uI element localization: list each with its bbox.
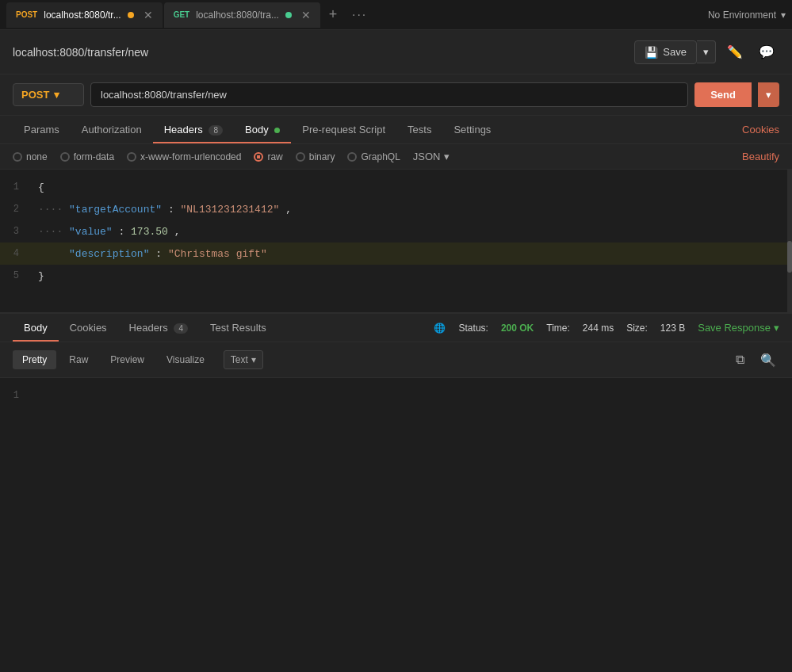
environment-label: No Environment xyxy=(708,10,776,21)
tab-url-post: localhost:8080/tr... xyxy=(44,10,121,21)
method-dropdown-icon: ▾ xyxy=(54,89,59,101)
editor-scrollbar[interactable] xyxy=(787,170,792,312)
resp-tab-body[interactable]: Body xyxy=(13,314,59,342)
text-format-dropdown[interactable]: Text ▾ xyxy=(224,350,263,369)
line-content-5: } xyxy=(32,270,792,282)
copy-response-button[interactable]: ⧉ xyxy=(729,349,751,371)
json-format-dropdown[interactable]: JSON ▾ xyxy=(413,151,450,162)
url-input[interactable] xyxy=(90,82,688,107)
cookies-link[interactable]: Cookies xyxy=(742,124,779,136)
body-active-dot xyxy=(274,128,280,133)
line-content-3: ···· "value" : 173.50 , xyxy=(32,226,792,238)
resp-tab-cookies[interactable]: Cookies xyxy=(59,314,118,342)
code-line-5: 5 } xyxy=(0,265,792,287)
size-value: 123 B xyxy=(660,323,685,334)
tab-bar: POST localhost:8080/tr... ✕ GET localhos… xyxy=(0,0,792,30)
tab-settings[interactable]: Settings xyxy=(442,116,502,143)
resp-tab-test-results[interactable]: Test Results xyxy=(199,314,277,342)
send-dropdown-button[interactable]: ▾ xyxy=(758,82,779,107)
url-actions: 💾 Save ▾ ✏️ 💬 xyxy=(634,40,779,64)
headers-badge: 8 xyxy=(209,125,223,136)
tab-post[interactable]: POST localhost:8080/tr... ✕ xyxy=(6,2,163,28)
save-button[interactable]: 💾 Save xyxy=(634,40,697,64)
save-label: Save xyxy=(663,46,687,58)
line-content-4: ···· "description" : "Christmas gift" xyxy=(32,248,792,260)
scrollbar-thumb xyxy=(787,241,792,273)
request-tabs: Params Authorization Headers 8 Body Pre-… xyxy=(0,116,792,144)
line-content-1: { xyxy=(32,181,792,193)
code-line-2: 2 ···· "targetAccount" : "NL131231231412… xyxy=(0,198,792,220)
line-number-1: 1 xyxy=(0,181,32,193)
response-area: Body Cookies Headers 4 Test Results 🌐 St… xyxy=(0,312,792,413)
save-icon: 💾 xyxy=(645,46,658,59)
method-select[interactable]: POST ▾ xyxy=(13,83,84,106)
method-value: POST xyxy=(21,89,49,101)
line-number-3: 3 xyxy=(0,226,32,237)
url-display-area: localhost:8080/transfer/new 💾 Save ▾ ✏️ … xyxy=(0,30,792,74)
tab-method-get: GET xyxy=(174,10,190,19)
line-number-5: 5 xyxy=(0,270,32,281)
tab-dot-post xyxy=(128,12,134,18)
search-response-button[interactable]: 🔍 xyxy=(757,349,779,371)
resp-tab-headers[interactable]: Headers 4 xyxy=(118,314,199,342)
environment-selector[interactable]: No Environment ▾ xyxy=(708,10,786,21)
tab-pre-request[interactable]: Pre-request Script xyxy=(291,116,396,143)
status-label: Status: xyxy=(459,323,488,334)
tab-tests[interactable]: Tests xyxy=(396,116,442,143)
option-binary[interactable]: binary xyxy=(296,151,335,162)
radio-none xyxy=(13,152,22,162)
save-response-button[interactable]: Save Response ▾ xyxy=(698,322,779,334)
option-form-data[interactable]: form-data xyxy=(60,151,114,162)
option-none[interactable]: none xyxy=(13,151,48,162)
option-urlencoded[interactable]: x-www-form-urlencoded xyxy=(127,151,241,162)
tab-close-post[interactable]: ✕ xyxy=(143,9,153,21)
response-body-editor: 1 xyxy=(0,378,792,413)
code-line-4: 4 ···· "description" : "Christmas gift" xyxy=(0,242,792,265)
text-dropdown-arrow: ▾ xyxy=(251,354,256,365)
line-number-2: 2 xyxy=(0,204,32,215)
chevron-down-icon: ▾ xyxy=(781,10,786,21)
response-action-icons: ⧉ 🔍 xyxy=(729,349,779,371)
time-label: Time: xyxy=(546,323,570,334)
radio-binary xyxy=(296,152,305,162)
radio-urlencoded xyxy=(127,152,136,162)
save-button-group: 💾 Save ▾ xyxy=(634,40,716,64)
fmt-tab-preview[interactable]: Preview xyxy=(101,350,154,369)
tab-headers[interactable]: Headers 8 xyxy=(153,116,234,143)
option-graphql[interactable]: GraphQL xyxy=(347,151,400,162)
edit-icon-button[interactable]: ✏️ xyxy=(722,40,748,64)
request-body-editor[interactable]: 1 { 2 ···· "targetAccount" : "NL13123123… xyxy=(0,170,792,312)
fmt-tab-visualize[interactable]: Visualize xyxy=(157,350,214,369)
option-raw[interactable]: raw xyxy=(254,151,282,162)
tab-get[interactable]: GET localhost:8080/tra... ✕ xyxy=(164,2,320,28)
radio-graphql xyxy=(347,152,357,162)
fmt-tab-raw[interactable]: Raw xyxy=(59,350,98,369)
beautify-button[interactable]: Beautify xyxy=(742,151,779,162)
json-dropdown-arrow: ▾ xyxy=(444,151,450,162)
tab-method-post: POST xyxy=(16,10,37,19)
size-label: Size: xyxy=(626,323,648,334)
save-response-dropdown-icon: ▾ xyxy=(774,322,779,334)
globe-icon: 🌐 xyxy=(434,322,446,334)
request-bar: POST ▾ Send ▾ xyxy=(0,74,792,116)
code-line-1: 1 { xyxy=(0,176,792,198)
tab-body[interactable]: Body xyxy=(234,116,291,143)
tab-close-get[interactable]: ✕ xyxy=(301,9,311,21)
status-value: 200 OK xyxy=(501,323,534,334)
tab-more-button[interactable]: ··· xyxy=(346,5,373,25)
save-dropdown-button[interactable]: ▾ xyxy=(697,40,716,63)
radio-form-data xyxy=(60,152,70,162)
body-options: none form-data x-www-form-urlencoded raw… xyxy=(0,144,792,170)
line-number-4: 4 xyxy=(0,248,32,259)
fmt-tab-pretty[interactable]: Pretty xyxy=(13,350,56,369)
radio-raw xyxy=(254,152,263,162)
code-editor-content: 1 { 2 ···· "targetAccount" : "NL13123123… xyxy=(0,170,792,293)
request-url-display: localhost:8080/transfer/new xyxy=(13,46,148,59)
tab-params[interactable]: Params xyxy=(13,116,71,143)
comment-icon-button[interactable]: 💬 xyxy=(754,40,779,64)
code-line-3: 3 ···· "value" : 173.50 , xyxy=(0,220,792,242)
send-button[interactable]: Send xyxy=(694,82,752,107)
tab-add-button[interactable]: + xyxy=(322,4,344,26)
tab-authorization[interactable]: Authorization xyxy=(71,116,153,143)
resp-headers-badge: 4 xyxy=(174,323,188,334)
